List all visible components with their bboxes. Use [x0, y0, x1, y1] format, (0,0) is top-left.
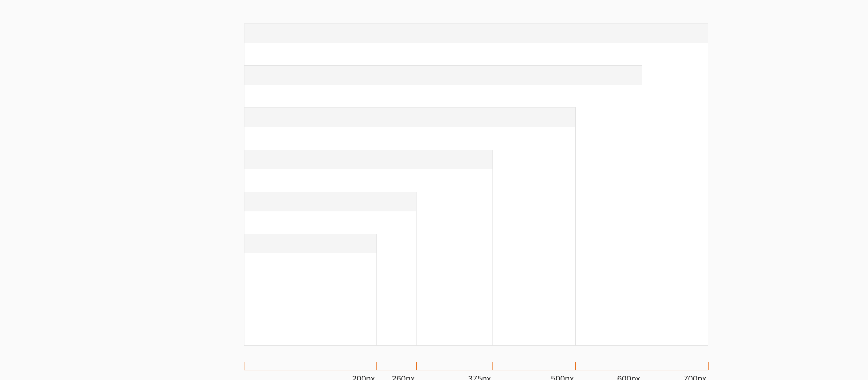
panel-header — [244, 66, 642, 85]
axis-tick-500 — [575, 362, 576, 370]
panel-header — [244, 107, 575, 127]
axis-label-700: 700px — [684, 374, 708, 380]
panel-header — [244, 150, 493, 169]
axis-tick-200 — [376, 362, 377, 370]
size-diagram: 200px260px375px500px600px700px — [244, 24, 708, 370]
axis-baseline — [244, 370, 708, 370]
width-axis: 200px260px375px500px600px700px — [244, 370, 708, 379]
size-panel-200 — [244, 234, 377, 346]
stage: 200px260px375px500px600px700px — [0, 0, 868, 380]
panel-header — [244, 234, 376, 253]
axis-label-600: 600px — [617, 374, 642, 380]
axis-label-200: 200px — [352, 374, 377, 380]
panel-header — [244, 192, 416, 211]
axis-label-260: 260px — [392, 374, 416, 380]
panel-header — [244, 24, 708, 43]
axis-tick-600 — [642, 362, 642, 370]
axis-tick-260 — [416, 362, 417, 370]
axis-label-500: 500px — [551, 374, 576, 380]
axis-tick-700 — [708, 362, 709, 370]
axis-label-375: 375px — [468, 374, 493, 380]
plot-area — [244, 24, 708, 346]
axis-tick-375 — [493, 362, 493, 370]
axis-tick-0 — [244, 362, 244, 370]
